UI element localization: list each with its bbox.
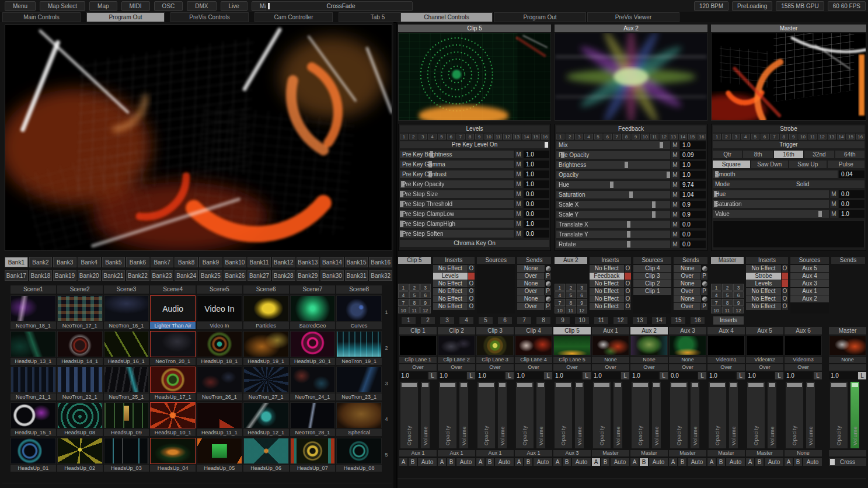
clip-thumbnail[interactable] — [104, 331, 149, 357]
bank-button[interactable]: Bank30 — [320, 270, 344, 281]
channel-link-button[interactable]: L — [428, 372, 437, 379]
clip-thumbnail[interactable] — [290, 438, 336, 464]
menu-button[interactable]: MIDI — [121, 1, 150, 11]
channel-pad[interactable]: 9 — [577, 299, 587, 306]
mixer-preset-pad[interactable]: 3 — [440, 317, 454, 324]
clip-thumbnail[interactable] — [150, 367, 196, 393]
channel-pad[interactable]: 6 — [733, 291, 744, 298]
channel-thumbnail[interactable] — [515, 336, 552, 355]
assign-auto-button[interactable]: Auto — [495, 458, 514, 466]
channel-title[interactable]: Aux 5 — [746, 327, 783, 334]
parameter-slider[interactable]: Saturation — [556, 191, 670, 198]
insert-effect-button[interactable]: No Effect — [590, 288, 624, 295]
channel-title[interactable]: Clip 1 — [399, 327, 437, 334]
midi-map-button[interactable]: M — [515, 210, 522, 218]
clip-thumbnail[interactable] — [290, 295, 336, 322]
insert-effect-button[interactable]: No Effect — [433, 303, 468, 310]
channel-pad[interactable]: 6 — [420, 291, 431, 298]
cross-slider[interactable]: Cross — [829, 458, 866, 466]
insert-bypass-button[interactable] — [625, 273, 631, 280]
clip-thumbnail[interactable] — [243, 402, 289, 428]
channel-route[interactable] — [829, 450, 866, 456]
channel-pad[interactable]: 8 — [566, 299, 576, 306]
preset-pad[interactable]: 2 — [722, 134, 730, 140]
channel-source[interactable]: Clip Lane 1 — [399, 357, 437, 363]
mixer-preset-pad[interactable]: 8 — [536, 317, 550, 324]
channel-source[interactable]: Clip Lane 5 — [553, 357, 591, 363]
parameter-slider[interactable]: Scale Y — [556, 211, 670, 218]
channel-route[interactable]: Master — [746, 450, 783, 456]
preset-pad[interactable]: 9 — [475, 134, 483, 140]
assign-auto-button[interactable]: Auto — [803, 458, 822, 466]
channel-pad[interactable]: 12 — [420, 306, 431, 313]
preset-pad[interactable]: 6 — [604, 134, 612, 140]
source-item[interactable]: Aux 4 — [790, 273, 829, 280]
preset-pad[interactable]: 4 — [741, 134, 750, 140]
channel-title[interactable]: Master — [829, 327, 866, 334]
channel-pad[interactable]: 10 — [711, 306, 721, 313]
tab[interactable]: Channel Controls — [400, 12, 493, 22]
opacity-fader[interactable]: Opacity — [747, 381, 765, 449]
channel-pad[interactable]: 10 — [555, 306, 565, 313]
preset-pad[interactable]: 15 — [532, 134, 540, 140]
parameter-value[interactable]: 0.0 — [680, 221, 706, 228]
chroma-key-toggle[interactable]: Chroma Key On — [400, 240, 549, 247]
channel-source[interactable]: VideoIn3 — [785, 357, 822, 363]
tab[interactable]: Main Controls — [2, 12, 81, 22]
preset-pad[interactable]: 6 — [447, 134, 455, 140]
clip-thumbnail[interactable] — [57, 402, 103, 428]
insert-effect-button[interactable]: No Effect — [433, 288, 468, 295]
channel-title[interactable]: Aux 2 — [630, 327, 668, 334]
channel-link-button[interactable]: L — [583, 372, 591, 379]
insert-bypass-button[interactable] — [468, 273, 475, 280]
opacity-fader[interactable]: Opacity — [515, 381, 534, 449]
insert-effect-button[interactable]: No Effect — [433, 265, 468, 272]
assign-a-button[interactable]: A — [785, 458, 793, 466]
send-target-button[interactable]: None — [674, 280, 701, 287]
clip-thumbnail[interactable] — [57, 367, 103, 393]
channel-title[interactable]: Aux 4 — [707, 327, 745, 334]
midi-map-button[interactable]: M — [515, 180, 522, 188]
midi-map-button[interactable]: M — [671, 171, 679, 179]
channel-blend-mode[interactable]: Over — [553, 364, 591, 371]
channel-route[interactable]: Master — [630, 450, 668, 456]
channel-pad[interactable]: 2 — [566, 284, 576, 291]
fader-handle[interactable] — [653, 383, 660, 387]
smooth-value[interactable]: 0.04 — [839, 170, 864, 178]
preset-pad[interactable]: 11 — [650, 134, 658, 140]
parameter-value[interactable]: 1.0 — [524, 161, 549, 168]
assign-a-button[interactable]: A — [630, 458, 639, 466]
opacity-fader[interactable]: Opacity — [829, 381, 848, 449]
channel-title[interactable]: Clip 2 — [438, 327, 475, 334]
clip-thumbnail[interactable] — [11, 295, 56, 322]
send-target-button[interactable]: Over — [517, 288, 544, 295]
channel-pad[interactable]: 1 — [398, 284, 409, 291]
parameter-slider[interactable]: Value — [713, 210, 829, 218]
clip-thumbnail[interactable] — [243, 438, 289, 464]
channel-title[interactable]: Aux 6 — [785, 327, 822, 334]
assign-auto-button[interactable]: Auto — [418, 458, 437, 466]
preset-pad[interactable]: 8 — [780, 134, 788, 140]
send-target-button[interactable]: Over — [517, 273, 544, 280]
volume-fader[interactable]: Volume — [728, 381, 738, 449]
preset-pad[interactable]: 11 — [808, 134, 817, 140]
bank-button[interactable]: Bank12 — [272, 257, 295, 267]
bank-button[interactable]: Bank26 — [224, 270, 247, 281]
mixer-preset-pad[interactable]: 12 — [613, 317, 628, 324]
insert-effect-button[interactable]: No Effect — [746, 265, 781, 272]
assign-a-button[interactable]: A — [669, 458, 677, 466]
preset-pad[interactable]: 5 — [751, 134, 759, 140]
slider-thumb[interactable] — [652, 201, 656, 208]
volume-fader[interactable]: Volume — [459, 381, 469, 449]
channel-route[interactable]: Master — [707, 450, 745, 456]
menu-button[interactable]: Menu — [5, 1, 36, 11]
clip-thumbnail[interactable] — [11, 331, 56, 357]
parameter-value[interactable]: 0.0 — [680, 231, 706, 238]
parameter-value[interactable]: 0.0 — [839, 200, 864, 208]
parameter-value[interactable]: 1.0 — [680, 161, 706, 169]
preset-pad[interactable]: 10 — [641, 134, 649, 140]
clip-thumbnail[interactable] — [290, 402, 336, 428]
rate-option[interactable]: 8th — [743, 151, 772, 158]
midi-map-button[interactable]: M — [671, 191, 679, 198]
insert-bypass-button[interactable]: O — [468, 303, 475, 310]
